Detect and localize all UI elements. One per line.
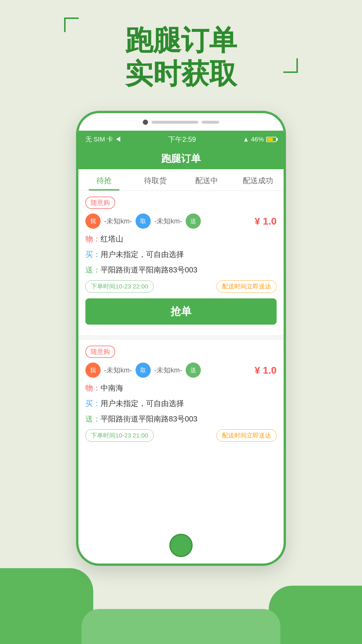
delivery-time-badge-2: 配送时间立即送达 <box>217 429 277 442</box>
tab-bar: 待抢 待取货 配送中 配送成功 <box>78 169 284 191</box>
header-section: 跑腿订单 实时获取 <box>0 18 362 96</box>
item-value-2: 中南海 <box>101 382 123 394</box>
bg-grass-right <box>269 586 362 644</box>
dist2-1: -未知km- <box>151 216 186 226</box>
order-time-badge-1: 下单时间10-23 22:00 <box>85 280 154 293</box>
buy-value-1: 用户未指定，可自由选择 <box>101 249 184 260</box>
route-pick-icon-1: 取 <box>136 214 151 229</box>
phone-top-bar <box>143 120 219 125</box>
tab-delivered[interactable]: 配送成功 <box>232 169 284 190</box>
order-price-1: ¥ 1.0 <box>254 216 277 227</box>
order-buy-row-2: 买： 用户未指定，可自由选择 <box>85 398 277 409</box>
route-deliver-icon-1: 送 <box>186 214 201 229</box>
order-time-badge-2: 下单时间10-23 21:00 <box>85 429 154 442</box>
route-pick-icon-2: 取 <box>136 363 151 378</box>
order-tag-2: 随意购 <box>85 346 115 358</box>
route-deliver-icon-2: 送 <box>186 363 201 378</box>
status-carrier: 无 SIM 卡 ◀ <box>85 135 121 144</box>
buy-value-2: 用户未指定，可自由选择 <box>101 398 184 409</box>
order-item-row-2: 物： 中南海 <box>85 382 277 394</box>
bg-grass-left <box>0 568 93 644</box>
dist2-2: -未知km- <box>151 365 186 375</box>
route-me-icon-2: 我 <box>85 363 101 378</box>
order-price-2: ¥ 1.0 <box>254 365 277 376</box>
order-card-1: 随意购 我 -未知km- 取 -未知km- 送 ¥ 1.0 <box>78 191 284 330</box>
phone-frame: 无 SIM 卡 ◀ 下午2:59 ▲ 46% 跑腿订单 待抢 待取货 配送中 <box>76 111 286 566</box>
phone-home-button[interactable] <box>169 534 193 557</box>
phone-speaker <box>152 121 198 124</box>
route-info-1: 我 -未知km- 取 -未知km- 送 ¥ 1.0 <box>85 214 277 229</box>
delivery-time-badge-1: 配送时间立即送达 <box>217 280 277 293</box>
item-label-2: 物： <box>85 382 101 394</box>
status-bar: 无 SIM 卡 ◀ 下午2:59 ▲ 46% <box>78 131 284 148</box>
send-value-1: 平阳路街道平阳南路83号003 <box>101 264 197 276</box>
item-label-1: 物： <box>85 233 101 245</box>
send-value-2: 平阳路街道平阳南路83号003 <box>101 413 197 425</box>
buy-label-2: 买： <box>85 398 101 409</box>
phone-sensor <box>202 121 219 124</box>
phone-container: 无 SIM 卡 ◀ 下午2:59 ▲ 46% 跑腿订单 待抢 待取货 配送中 <box>76 111 286 566</box>
order-send-row-1: 送： 平阳路街道平阳南路83号003 <box>85 264 277 276</box>
app-title-bar: 跑腿订单 <box>78 148 284 169</box>
status-time: 下午2:59 <box>168 135 196 144</box>
app-title: 跑腿订单 <box>161 152 201 165</box>
tab-delivering[interactable]: 配送中 <box>181 169 232 190</box>
tab-pending-grab[interactable]: 待抢 <box>78 169 130 190</box>
tab-pending-pickup[interactable]: 待取货 <box>130 169 181 190</box>
grab-button-1[interactable]: 抢单 <box>85 298 277 325</box>
header-title: 跑腿订单 实时获取 <box>0 18 362 96</box>
bg-grass-center <box>82 609 280 644</box>
phone-button-right <box>285 195 286 230</box>
send-label-1: 送： <box>85 264 101 276</box>
item-value-1: 红塔山 <box>101 233 123 245</box>
order-buy-row-1: 买： 用户未指定，可自由选择 <box>85 249 277 260</box>
order-list: 随意购 我 -未知km- 取 -未知km- 送 ¥ 1.0 <box>78 191 284 565</box>
order-send-row-2: 送： 平阳路街道平阳南路83号003 <box>85 413 277 425</box>
dist1-1: -未知km- <box>101 216 136 226</box>
card-divider <box>78 335 284 340</box>
battery-icon <box>266 137 277 142</box>
battery-fill <box>267 138 273 141</box>
time-badges-1: 下单时间10-23 22:00 配送时间立即送达 <box>85 280 277 293</box>
order-tag-1: 随意购 <box>85 197 115 209</box>
phone-button-left <box>76 201 77 224</box>
phone-camera <box>143 120 148 125</box>
route-me-icon-1: 我 <box>85 214 101 229</box>
dist1-2: -未知km- <box>101 365 136 375</box>
buy-label-1: 买： <box>85 249 101 260</box>
order-card-2: 随意购 我 -未知km- 取 -未知km- 送 ¥ 1.0 <box>78 340 284 453</box>
status-battery: ▲ 46% <box>243 136 277 143</box>
time-badges-2: 下单时间10-23 21:00 配送时间立即送达 <box>85 429 277 442</box>
order-item-row-1: 物： 红塔山 <box>85 233 277 245</box>
route-info-2: 我 -未知km- 取 -未知km- 送 ¥ 1.0 <box>85 363 277 378</box>
send-label-2: 送： <box>85 413 101 425</box>
